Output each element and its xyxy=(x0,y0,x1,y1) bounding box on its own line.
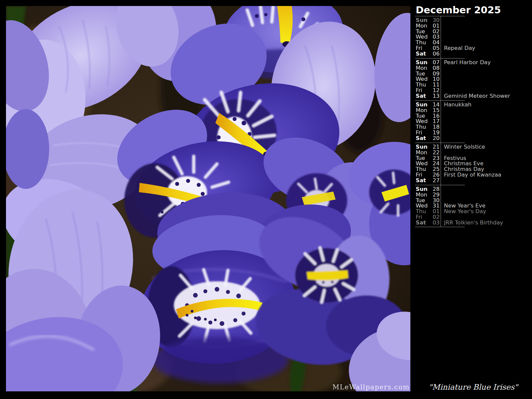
holiday-label xyxy=(440,124,444,130)
day-number: 02 xyxy=(431,214,440,220)
day-name: Fri xyxy=(416,130,431,136)
day-name: Sat xyxy=(416,93,431,99)
holiday-label xyxy=(440,29,444,35)
holiday-label xyxy=(440,71,444,77)
day-number: 08 xyxy=(431,66,440,71)
day-name: Mon xyxy=(416,150,431,156)
calendar-day-row: Sat 20 xyxy=(416,136,532,141)
calendar-day-row: Sat 03 JRR Tolkien's Birthday xyxy=(416,220,532,226)
calendar-week: Sun 14 Hanukkah Mon 15 Tue 16 Wed 17 Thu… xyxy=(416,100,532,143)
calendar-body: Sun 30 Mon 01 Tue 02 Wed 03 Thu 04 Fri 0… xyxy=(416,16,532,227)
calendar-title: December 2025 xyxy=(416,4,501,16)
calendar-day-row: Sat 06 xyxy=(416,51,532,57)
day-name: Sat xyxy=(416,51,431,57)
holiday-label xyxy=(440,82,444,88)
day-number: 05 xyxy=(431,46,440,51)
holiday-label xyxy=(440,150,444,156)
calendar-week: Sun 28 Mon 29 Tue 30 Wed 31 New Year's E… xyxy=(416,185,532,227)
day-name: Fri xyxy=(416,88,431,93)
holiday-label xyxy=(440,23,444,29)
holiday-label: JRR Tolkien's Birthday xyxy=(440,220,503,226)
holiday-label xyxy=(440,88,444,93)
iris-photo-illustration xyxy=(6,6,410,391)
holiday-label xyxy=(440,66,444,71)
day-number: 03 xyxy=(431,220,440,226)
watermark: MLeWallpapers.com xyxy=(333,383,410,391)
day-number: 26 xyxy=(431,172,440,178)
holiday-label xyxy=(440,198,444,203)
holiday-label xyxy=(440,34,444,40)
day-name: Mon xyxy=(416,108,431,113)
day-number: 12 xyxy=(431,88,440,93)
holiday-label xyxy=(440,130,444,136)
day-number: 27 xyxy=(431,178,440,184)
holiday-label xyxy=(440,178,444,184)
calendar-day-row: Fri 05 Repeal Day xyxy=(416,46,532,51)
iris-photo: MLeWallpapers.com xyxy=(6,6,410,391)
holiday-label xyxy=(440,119,444,124)
calendar-day-row: Fri 02 xyxy=(416,214,532,220)
holiday-label xyxy=(440,136,444,141)
calendar-week: Sun 07 Pearl Harbor Day Mon 08 Tue 09 We… xyxy=(416,58,532,100)
wallpaper: MLeWallpapers.com December 2025 Sun 30 M… xyxy=(0,0,532,399)
day-name: Fri xyxy=(416,214,431,220)
calendar-day-row: Fri 12 xyxy=(416,88,532,93)
calendar-day-row: Sat 27 xyxy=(416,178,532,184)
holiday-label: Hanukkah xyxy=(440,102,472,108)
holiday-label xyxy=(440,76,444,82)
day-number: 29 xyxy=(431,192,440,198)
day-name: Fri xyxy=(416,46,431,51)
holiday-label xyxy=(440,18,444,23)
holiday-label: Winter Solstice xyxy=(440,144,485,150)
holiday-label xyxy=(440,108,444,113)
day-number: 15 xyxy=(431,108,440,113)
calendar-day-row: Mon 08 xyxy=(416,66,532,71)
calendar-day-row: Mon 22 xyxy=(416,150,532,156)
holiday-label xyxy=(440,40,444,46)
holiday-label: First Day of Kwanzaa xyxy=(440,172,501,178)
calendar-day-row: Mon 15 xyxy=(416,108,532,113)
holiday-label: Repeal Day xyxy=(440,46,475,51)
holiday-label xyxy=(440,51,444,57)
day-name: Mon xyxy=(416,192,431,198)
calendar-week: Sun 30 Mon 01 Tue 02 Wed 03 Thu 04 Fri 0… xyxy=(416,16,532,58)
calendar-day-row: Mon 29 xyxy=(416,192,532,198)
day-name: Mon xyxy=(416,66,431,71)
calendar-week: Sun 21 Winter Solstice Mon 22 Tue 23 Fes… xyxy=(416,143,532,185)
holiday-label: Geminid Meteor Shower xyxy=(440,93,510,99)
day-number: 06 xyxy=(431,51,440,57)
holiday-label xyxy=(440,113,444,119)
day-name: Sat xyxy=(416,178,431,184)
holiday-label: Pearl Harbor Day xyxy=(440,60,491,66)
day-name: Fri xyxy=(416,172,431,178)
holiday-label: New Year's Day xyxy=(440,209,486,214)
day-name: Mon xyxy=(416,23,431,29)
day-name: Sat xyxy=(416,220,431,226)
calendar-day-row: Fri 26 First Day of Kwanzaa xyxy=(416,172,532,178)
calendar-day-row: Sat 13 Geminid Meteor Shower xyxy=(416,93,532,99)
holiday-label xyxy=(440,187,444,192)
calendar-day-row: Fri 19 xyxy=(416,130,532,136)
day-number: 20 xyxy=(431,136,440,141)
holiday-label xyxy=(440,214,444,220)
holiday-label xyxy=(440,192,444,198)
day-number: 01 xyxy=(431,23,440,29)
day-number: 22 xyxy=(431,150,440,156)
calendar-day-row: Mon 01 xyxy=(416,23,532,29)
day-name: Sat xyxy=(416,136,431,141)
photo-caption: "Miniature Blue Irises" xyxy=(429,383,515,391)
day-number: 13 xyxy=(431,93,440,99)
day-number: 19 xyxy=(431,130,440,136)
